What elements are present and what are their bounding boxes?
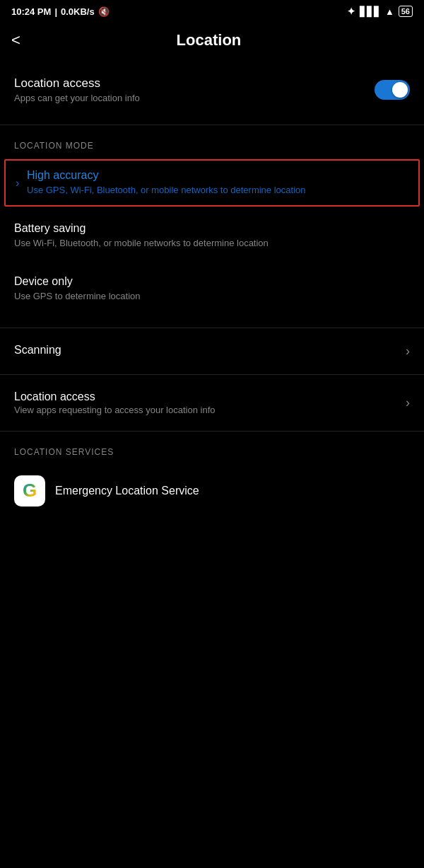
status-bar: 10:24 PM | 0.0KB/s 🔇 ✦ ▋▋▋ ▲ 56 — [0, 0, 424, 20]
mode-battery-saving[interactable]: Battery saving Use Wi-Fi, Bluetooth, or … — [0, 212, 424, 260]
location-access-text: Location access Apps can get your locati… — [14, 76, 375, 103]
divider-3 — [0, 374, 424, 375]
status-left: 10:24 PM | 0.0KB/s 🔇 — [11, 6, 110, 17]
location-services-section-label: LOCATION SERVICES — [0, 434, 424, 464]
location-access-nav-label: Location access — [14, 390, 406, 403]
divider-2 — [0, 328, 424, 328]
network-speed-value: 0.0KB/s — [61, 6, 95, 17]
divider-1 — [0, 125, 424, 125]
mode-device-only-title: Device only — [14, 275, 410, 288]
location-access-toggle[interactable] — [375, 80, 410, 100]
scanning-row[interactable]: Scanning › — [0, 331, 424, 371]
mode-battery-saving-title: Battery saving — [14, 222, 410, 235]
mode-battery-saving-desc: Use Wi-Fi, Bluetooth, or mobile networks… — [14, 237, 410, 250]
wifi-icon: ▲ — [385, 6, 394, 17]
location-access-toggle-row[interactable]: Location access Apps can get your locati… — [0, 64, 424, 116]
mode-device-only-desc: Use GPS to determine location — [14, 290, 410, 303]
scanning-text: Scanning — [14, 344, 406, 358]
scanning-chevron-right-icon: › — [406, 344, 410, 359]
header: < Location — [0, 20, 424, 64]
google-icon: G — [14, 475, 45, 507]
google-g-letter: G — [23, 480, 37, 502]
mode-high-accuracy[interactable]: › High accuracy Use GPS, Wi-Fi, Bluetoot… — [4, 159, 420, 207]
mode-high-accuracy-title: High accuracy — [27, 169, 406, 182]
location-access-section: Location access Apps can get your locati… — [0, 64, 424, 122]
back-button[interactable]: < — [11, 28, 26, 52]
location-access-nav-row[interactable]: Location access View apps requesting to … — [0, 378, 424, 428]
bluetooth-icon: ✦ — [347, 6, 355, 17]
location-access-nav-text: Location access View apps requesting to … — [14, 390, 406, 415]
location-access-nav-sublabel: View apps requesting to access your loca… — [14, 405, 406, 415]
location-access-sublabel: Apps can get your location info — [14, 93, 375, 103]
mode-device-only[interactable]: Device only Use GPS to determine locatio… — [0, 265, 424, 313]
time: 10:24 PM — [11, 6, 51, 17]
mode-high-accuracy-desc: Use GPS, Wi-Fi, Bluetooth, or mobile net… — [27, 184, 406, 197]
location-access-label: Location access — [14, 76, 375, 91]
location-mode-section-label: LOCATION MODE — [0, 128, 424, 158]
chevron-left-icon: › — [16, 177, 19, 190]
network-speed: | — [54, 6, 57, 17]
emergency-location-label: Emergency Location Service — [55, 485, 199, 497]
location-access-nav-chevron-right-icon: › — [406, 395, 410, 410]
page-title: Location — [26, 31, 391, 50]
battery-indicator: 56 — [399, 6, 413, 17]
location-mode-section: LOCATION MODE › High accuracy Use GPS, W… — [0, 128, 424, 319]
emergency-location-service-item[interactable]: G Emergency Location Service — [0, 464, 424, 518]
signal-icon: ▋▋▋ — [360, 6, 381, 17]
status-right: ✦ ▋▋▋ ▲ 56 — [347, 6, 413, 17]
location-services-section: LOCATION SERVICES G Emergency Location S… — [0, 434, 424, 523]
silent-icon: 🔇 — [98, 6, 110, 17]
divider-4 — [0, 431, 424, 432]
scanning-label: Scanning — [14, 344, 406, 357]
